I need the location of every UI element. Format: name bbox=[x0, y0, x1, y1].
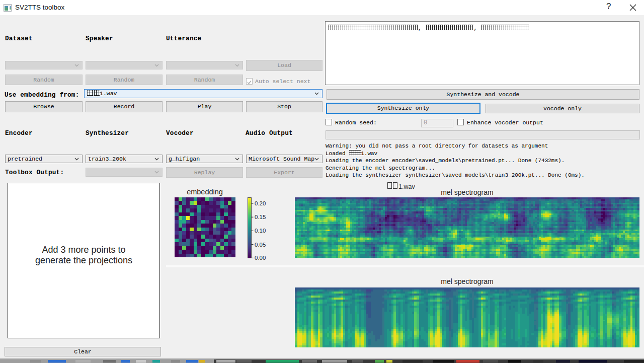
svg-text:0.15: 0.15 bbox=[255, 214, 266, 220]
svg-text:0.10: 0.10 bbox=[255, 228, 266, 234]
svg-text:0.05: 0.05 bbox=[255, 242, 266, 248]
svg-text:0.20: 0.20 bbox=[255, 200, 266, 206]
svg-text:0.00: 0.00 bbox=[255, 255, 266, 261]
